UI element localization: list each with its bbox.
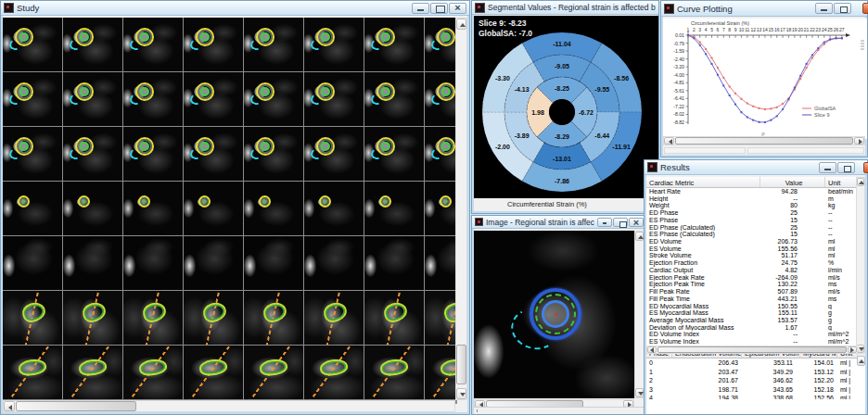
scroll-down-icon[interactable] [456, 388, 466, 399]
study-thumbnail[interactable] [304, 291, 364, 345]
table-row[interactable]: ES Phase15-- [646, 217, 865, 224]
study-thumbnail[interactable] [3, 72, 62, 126]
study-thumbnail[interactable] [304, 236, 364, 290]
study-thumbnail[interactable] [3, 127, 62, 181]
table-row[interactable]: ED Phase25-- [646, 209, 865, 217]
table-row[interactable]: 4194.38338.68152.56ml | [646, 394, 865, 399]
restore-icon[interactable] [613, 218, 628, 227]
table-row[interactable]: ES Myocardial Mass155.11g [646, 309, 865, 317]
table-row[interactable]: ED Phase (Calculated)25-- [646, 224, 865, 232]
table-row[interactable]: 1203.47349.29153.12ml | [646, 368, 865, 377]
close-icon[interactable] [863, 162, 868, 173]
study-thumbnail[interactable] [364, 291, 424, 345]
minimize-icon[interactable] [597, 218, 612, 227]
study-thumbnail[interactable] [184, 236, 243, 290]
table-row[interactable]: Ejection Peak Time130.22ms [646, 281, 865, 288]
curve-titlebar[interactable]: Curve Plotting [661, 1, 867, 17]
table-row[interactable]: ES Volume Index--ml/m^2 [646, 338, 865, 346]
close-icon[interactable] [449, 3, 466, 14]
scroll-left-icon[interactable] [647, 346, 657, 353]
study-thumbnail[interactable] [123, 18, 183, 71]
cine-mri-image[interactable] [474, 231, 636, 398]
table-row[interactable]: Cardiac Output4.82l/min [646, 267, 865, 274]
study-thumbnail[interactable] [304, 18, 364, 71]
scroll-down-icon[interactable] [857, 345, 864, 353]
minimize-icon[interactable] [819, 162, 836, 173]
study-thumbnail[interactable] [63, 291, 122, 345]
scroll-left-icon[interactable] [664, 137, 674, 145]
table-row[interactable]: Fill Peak Rate507.89ml/s [646, 288, 865, 296]
scrollbar-thumb[interactable] [16, 401, 136, 411]
study-thumbnail[interactable] [425, 236, 457, 290]
scrollbar-thumb[interactable] [675, 137, 853, 145]
scroll-up-icon[interactable] [857, 356, 865, 366]
table-row[interactable]: 2201.67346.62152.20ml | [646, 376, 865, 385]
table-row[interactable]: Weight80kg [646, 202, 865, 209]
study-thumbnail[interactable] [123, 236, 183, 290]
table-row[interactable]: 3198.71343.65152.18ml | [646, 385, 865, 395]
study-thumbnail[interactable] [244, 236, 303, 290]
study-thumbnail[interactable] [244, 346, 303, 399]
scrollbar-thumb[interactable] [456, 345, 466, 384]
study-thumbnail[interactable] [244, 127, 303, 181]
study-thumbnail[interactable] [3, 182, 62, 235]
study-thumbnail[interactable] [123, 346, 183, 399]
study-thumbnail[interactable] [3, 291, 62, 345]
study-thumbnail[interactable] [244, 182, 303, 235]
study-thumbnail[interactable] [364, 182, 424, 235]
study-thumbnail[interactable] [304, 72, 364, 126]
study-thumbnail[interactable] [425, 18, 457, 71]
curve-horizontal-scrollbar[interactable] [663, 136, 865, 145]
table-row[interactable]: Ejection Peak Rate-264.09ml/s [646, 274, 865, 282]
minimize-icon[interactable] [412, 3, 429, 14]
scroll-down-icon[interactable] [635, 388, 644, 397]
study-thumbnail[interactable] [304, 346, 364, 399]
study-thumbnail[interactable] [425, 127, 457, 181]
image-titlebar[interactable]: Image - Regional strain is affected by e… [472, 216, 646, 229]
study-thumbnail[interactable] [63, 236, 122, 290]
table-row[interactable]: ED Myocardial Mass150.55g [646, 303, 865, 310]
scroll-right-icon[interactable] [848, 346, 857, 353]
study-thumbnail[interactable] [425, 182, 457, 235]
table-row[interactable]: ED Volume Index--ml/m^2 [646, 331, 865, 338]
scroll-up-icon[interactable] [857, 178, 864, 186]
study-thumbnail[interactable] [123, 291, 183, 345]
maximize-icon[interactable] [430, 3, 448, 14]
table-row[interactable]: 0206.43353.11154.01ml | [646, 358, 865, 368]
study-thumbnail[interactable] [63, 72, 122, 126]
study-thumbnail[interactable] [244, 291, 303, 345]
table-row[interactable]: Deviation of Myocardial Mass1.67g [646, 324, 865, 332]
study-thumbnail[interactable] [364, 18, 424, 71]
study-thumbnail[interactable] [364, 127, 424, 181]
scroll-up-icon[interactable] [635, 232, 644, 241]
study-thumbnail[interactable] [3, 346, 62, 399]
scrollbar-thumb[interactable] [657, 346, 847, 353]
study-thumbnail[interactable] [184, 182, 243, 235]
study-thumbnail[interactable] [425, 291, 457, 345]
study-thumbnail[interactable] [123, 72, 183, 126]
study-thumbnail[interactable] [63, 127, 122, 181]
table-row[interactable]: ED Volume206.73ml [646, 238, 865, 245]
column-header[interactable]: Value [760, 177, 825, 187]
study-thumbnail[interactable] [425, 72, 457, 126]
study-thumbnail[interactable] [3, 18, 62, 71]
study-thumbnail[interactable] [244, 72, 303, 126]
study-thumbnail[interactable] [184, 18, 243, 71]
restore-icon[interactable] [834, 3, 851, 14]
table-row[interactable]: Average Myocardial Mass153.57g [646, 317, 865, 324]
study-horizontal-scrollbar[interactable] [3, 400, 455, 412]
study-thumbnail[interactable] [123, 127, 183, 181]
cardiac-metric-table-header[interactable]: Cardiac MetricValueUnit [646, 177, 865, 188]
study-thumbnail[interactable] [304, 127, 364, 181]
study-titlebar[interactable]: Study [1, 1, 469, 16]
metrics-horizontal-scrollbar[interactable] [646, 346, 858, 354]
study-thumbnail[interactable] [123, 182, 183, 235]
table-row[interactable]: Stroke Volume51.17ml [646, 252, 865, 259]
study-thumbnail[interactable] [425, 346, 457, 399]
study-thumbnail[interactable] [63, 182, 122, 235]
study-thumbnail[interactable] [364, 236, 424, 290]
segmental-titlebar[interactable]: Segmental Values - Regional strain is af… [472, 1, 658, 15]
study-thumbnail[interactable] [364, 72, 424, 126]
scroll-up-icon[interactable] [456, 19, 466, 30]
study-thumbnail[interactable] [364, 346, 424, 399]
